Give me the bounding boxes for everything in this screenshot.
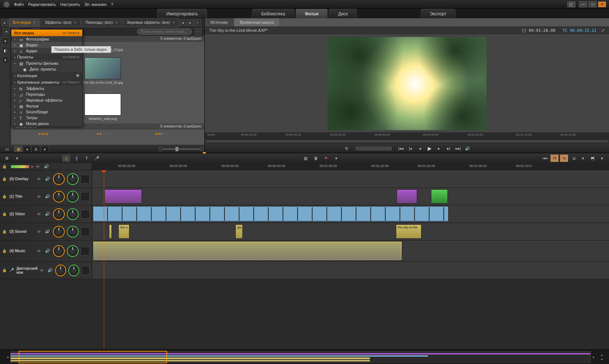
track-header[interactable]: 🔒 (1) Title 👁 🔊 — [0, 188, 92, 205]
timeline-settings-dropdown[interactable]: ▾ — [13, 155, 21, 162]
track-lane[interactable] — [92, 170, 609, 187]
volume-knob[interactable] — [53, 173, 65, 185]
lib-tab-add[interactable]: + — [194, 19, 201, 26]
tree-item-soundstage[interactable]: ▸♫SoundStage — [11, 109, 82, 115]
track-header[interactable]: 🔒 🎤 Дикторский ком 👁 🔊 — [0, 262, 92, 279]
sound-clip[interactable]: the-s — [118, 224, 129, 239]
volume-knob[interactable] — [53, 226, 65, 238]
lock-icon[interactable]: 🔒 — [2, 212, 7, 216]
mute-icon[interactable]: 🔊 — [48, 268, 53, 273]
library-search-input[interactable] — [137, 29, 192, 35]
menu-estore[interactable]: Эл. магазин — [84, 2, 107, 7]
tree-item-disc-menu[interactable]: ▸◉Меню диска — [11, 121, 82, 126]
lock-icon[interactable]: 🔒 — [2, 268, 7, 272]
pan-knob[interactable] — [67, 191, 79, 202]
thumbnail-item[interactable]: ★★★★★ — [75, 132, 130, 136]
nav-scroll-down[interactable]: ▾ — [599, 357, 605, 361]
track-lane[interactable]: the-s gla the-sky-is-the — [92, 223, 609, 240]
mute-icon[interactable]: 🔊 — [44, 164, 50, 169]
tool-marker-dropdown[interactable]: ▾ — [332, 155, 340, 162]
search-clear-icon[interactable]: ○ — [195, 28, 201, 35]
tree-item-disc-projects[interactable]: ◉Диск. проекты — [11, 66, 82, 72]
close-tab-icon[interactable]: ✕ — [74, 19, 77, 27]
next-frame-button[interactable]: ▸| — [445, 145, 452, 152]
thumbnail-item[interactable]: ★★★★★ — [17, 132, 72, 136]
window-minimize-button[interactable]: — — [579, 1, 587, 7]
import-tab[interactable]: Импортировать — [157, 9, 207, 19]
surround-grid[interactable] — [82, 266, 90, 275]
visibility-icon[interactable]: 👁 — [37, 194, 43, 199]
visibility-icon[interactable]: 👁 — [36, 164, 42, 169]
mute-icon[interactable]: 🔊 — [45, 177, 51, 181]
sound-clip[interactable] — [109, 224, 112, 239]
rating-stars[interactable]: ★★★★★ — [17, 132, 72, 136]
prev-frame-button[interactable]: |◂ — [407, 145, 414, 152]
rating-stars[interactable]: ★★★★★ — [75, 132, 130, 136]
visibility-icon[interactable]: 👁 — [37, 249, 43, 253]
nav-scroll-up[interactable]: ▴ — [599, 353, 605, 357]
play-reverse-button[interactable]: ◂ — [417, 145, 423, 152]
track-lane[interactable] — [92, 240, 609, 261]
go-end-button[interactable]: ▸▸| — [455, 145, 461, 152]
navigator-viewport[interactable] — [19, 351, 167, 363]
tree-section-collections[interactable]: ▾Коллекции⊕ — [11, 72, 82, 79]
play-button[interactable]: ▶ — [426, 145, 433, 152]
view-grid-button[interactable]: ▦ — [14, 146, 23, 152]
track-header[interactable]: 🔒 (4) Music 👁 🔊 — [0, 240, 92, 261]
surround-grid[interactable] — [81, 192, 90, 201]
tool-link[interactable]: ∿ — [560, 155, 568, 162]
window-maximize-button[interactable]: ▭ — [589, 1, 597, 7]
thumbnail-item[interactable]: ★★★★★ — [134, 132, 189, 136]
go-start-button[interactable]: |◂◂ — [398, 145, 404, 152]
tool-voiceover[interactable]: 🎤 — [93, 155, 101, 162]
menu-help-icon[interactable]: ? — [111, 2, 113, 7]
tool-magnet[interactable]: ⊓ — [551, 155, 559, 162]
track-lane[interactable] — [92, 188, 609, 205]
track-header[interactable]: 🔒 (2) Video 👁 🔊 — [0, 205, 92, 223]
nav-scroll-left[interactable]: ◂ — [4, 355, 10, 359]
video-clip[interactable] — [93, 206, 449, 222]
close-tab-icon[interactable]: ✕ — [172, 19, 175, 27]
tree-by-folder-label[interactable]: по Папка ▾ — [63, 31, 79, 35]
close-tab-icon[interactable]: ✕ — [33, 19, 36, 27]
track-lane[interactable] — [92, 262, 609, 279]
tree-item-effects[interactable]: ▸fxЭффекты — [11, 86, 82, 91]
lock-icon[interactable]: 🔒 — [2, 230, 7, 234]
tree-header-all-media[interactable]: Все медиа по Папка ▾ — [11, 30, 82, 36]
tree-section-projects[interactable]: ▾Проектыпо Папка ▾ — [11, 54, 82, 60]
library-tab-all-media[interactable]: Все медиа✕ — [9, 18, 40, 27]
tree-item-film[interactable]: ▸▤Фильм — [11, 103, 82, 109]
tree-item-film-projects[interactable]: ▸▤Проекты фильма — [11, 60, 82, 66]
tool-mode[interactable]: ⇲ — [570, 155, 578, 162]
cart-icon[interactable]: 🛒 — [567, 1, 575, 7]
lock-icon[interactable]: 🔒 — [2, 177, 7, 181]
pan-knob[interactable] — [67, 208, 79, 220]
master-expand-icon[interactable]: ▸ — [31, 164, 34, 169]
navigator-strip[interactable] — [10, 351, 591, 363]
visibility-icon[interactable]: 👁 — [37, 212, 43, 216]
lib-tab-scroll-left[interactable]: ◂ — [180, 19, 186, 26]
preview-viewport[interactable] — [205, 34, 609, 132]
menu-file[interactable]: Файл — [14, 2, 24, 7]
library-tab-transitions[interactable]: Переходы: (все)✕ — [82, 18, 122, 27]
lock-icon[interactable]: 🔒 — [2, 194, 7, 198]
lock-icon[interactable]: 🔒 — [2, 164, 7, 168]
tree-item-photos[interactable]: ▸▭Фотографии — [11, 36, 82, 42]
strip-folder-icon[interactable]: ▾ — [2, 56, 9, 64]
pan-knob[interactable] — [68, 265, 79, 276]
tool-audio-mixer[interactable]: ♪| — [62, 155, 70, 162]
tool-marker[interactable]: ⚑ — [322, 155, 330, 162]
disc-tab[interactable]: Диск — [329, 9, 357, 18]
library-tab[interactable]: Библиотека — [252, 9, 294, 18]
tool-insert-dropdown[interactable]: ▾ — [598, 155, 606, 162]
strip-collapse-icon[interactable]: ▾ — [2, 37, 9, 45]
menu-configure[interactable]: Настроить — [60, 2, 80, 7]
tool-snap-split[interactable]: ⇥⇤ — [541, 155, 549, 162]
play-fast-button[interactable]: ▸ — [436, 145, 442, 152]
track-header[interactable]: 🔒 (3) Sound 👁 🔊 — [0, 223, 92, 240]
view-list-button[interactable]: ☰ — [31, 146, 40, 152]
film-tab[interactable]: Фильм — [296, 9, 328, 18]
surround-grid[interactable] — [81, 210, 90, 219]
tree-item-titles[interactable]: ▸TТитры — [11, 115, 82, 121]
track-lane[interactable] — [92, 205, 609, 223]
